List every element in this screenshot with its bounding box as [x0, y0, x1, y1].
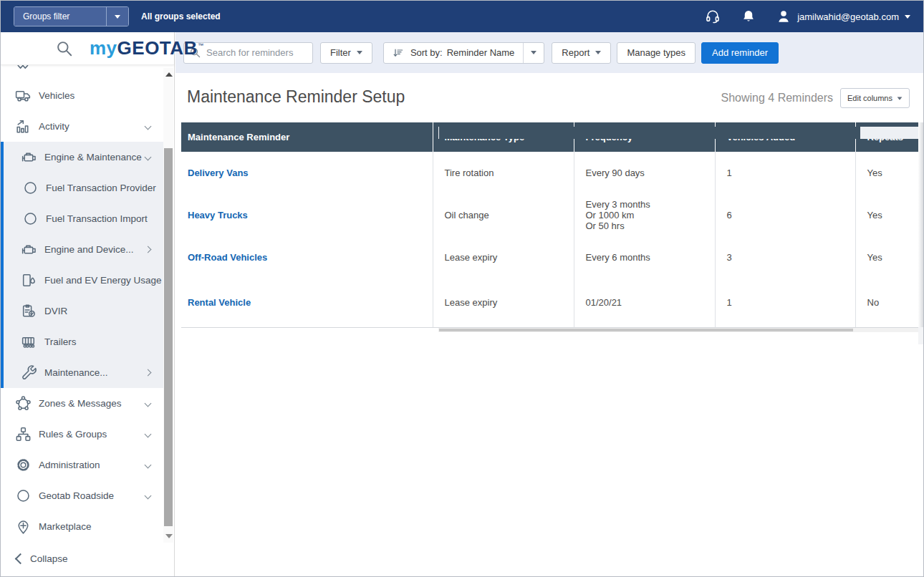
sort-value: Reminder Name: [447, 47, 515, 58]
main-content: Maintenance Reminder Setup Showing 4 Rem…: [175, 73, 923, 576]
reminders-table: Maintenance ReminderMaintenance TypeFreq…: [181, 122, 918, 328]
activity-chart-icon: [14, 117, 32, 136]
topbar: Groups filter All groups selected jamilw…: [1, 1, 923, 32]
cell-maintenance-reminder: Off-Road Vehicles: [181, 236, 433, 278]
groups-filter-caret-button[interactable]: [106, 7, 128, 26]
zones-icon: [14, 394, 32, 413]
scrollbar-down-arrow[interactable]: [165, 534, 173, 538]
sidebar-collapse-button[interactable]: Collapse: [1, 545, 174, 572]
report-button[interactable]: Report: [552, 42, 611, 64]
table-row: Off-Road VehiclesLease expiryEvery 6 mon…: [181, 236, 918, 278]
search-icon[interactable]: [55, 39, 74, 58]
sort-button[interactable]: Sort by: Reminder Name: [384, 43, 523, 63]
sidebar-item-zones-messages[interactable]: Zones & Messages: [1, 388, 163, 419]
sidebar-item-dvir[interactable]: DVIR: [1, 296, 163, 326]
add-reminder-button[interactable]: Add reminder: [701, 42, 779, 64]
sidebar-item-fuel-and-ev-energy-usage[interactable]: Fuel and EV Energy Usage: [1, 265, 163, 296]
sidebar-item-activity[interactable]: Activity: [1, 111, 163, 142]
wrench-icon: [19, 364, 38, 382]
cell-maintenance-type: Lease expiry: [433, 236, 574, 278]
reminder-link[interactable]: Off-Road Vehicles: [188, 252, 267, 263]
groups-status-text: All groups selected: [141, 11, 221, 21]
sidebar-item-engine-maintenance[interactable]: Engine & Maintenance: [1, 142, 163, 173]
sidebar-item-marketplace[interactable]: Marketplace: [1, 511, 163, 542]
chevron-down-icon: [115, 15, 120, 19]
sidebar-item-rules-groups[interactable]: Rules & Groups: [1, 419, 163, 450]
sidebar-item-engine-and-device[interactable]: Engine and Device...: [1, 234, 163, 265]
table-row: Delivery VansTire rotationEvery 90 days1…: [181, 152, 918, 194]
chevron-down-icon: [897, 97, 903, 100]
table-horizontal-scrollbar: [438, 328, 918, 332]
chevron-down-icon: [531, 51, 536, 54]
sort-icon: [393, 47, 404, 59]
cell-frequency: Every 3 monthsOr 1000 kmOr 50 hrs: [574, 194, 715, 236]
scrollbar-thumb[interactable]: [164, 148, 173, 526]
sort-control: Sort by: Reminder Name: [383, 42, 544, 64]
trailer-icon: [19, 333, 38, 351]
user-email: jamilwahid@geotab.com: [797, 11, 899, 22]
sidebar-item-fuel-transaction-provider[interactable]: Fuel Transaction Provider: [1, 173, 163, 203]
sidebar-item-vehicles[interactable]: Vehicles: [1, 80, 163, 111]
frequency-line: Or 1000 km: [586, 210, 708, 220]
filter-button[interactable]: Filter: [320, 42, 372, 64]
map-pin-icon: [14, 518, 32, 536]
chevron-down-icon: [905, 15, 910, 19]
cell-repeats: No: [855, 278, 918, 327]
fuel-pump-icon: [19, 271, 38, 290]
sidebar-item-trailers[interactable]: Trailers: [1, 326, 163, 357]
table-row: Rental VehicleLease expiry01/20/211No: [181, 278, 918, 327]
chevron-down-icon: [145, 431, 152, 438]
cell-vehicles-added: 6: [715, 194, 855, 236]
clipboard-check-icon: [19, 302, 38, 321]
mygeotab-app: { "topbar": { "groups_filter_label": "Gr…: [0, 0, 924, 577]
chevron-down-icon: [595, 51, 601, 54]
reminders-toolbar: Filter Sort by: Reminder Name Report Man…: [175, 32, 923, 73]
user-menu[interactable]: jamilwahid@geotab.com: [776, 9, 910, 24]
sidebar-item-geotab-roadside[interactable]: Geotab Roadside: [1, 480, 163, 511]
scrollbar-up-arrow[interactable]: [165, 72, 173, 77]
sidebar-item-fuel-transaction-import[interactable]: Fuel Transaction Import: [1, 203, 163, 234]
sidebar-nav: Vehicles Activity Engine & Maintenance F…: [1, 65, 163, 545]
sidebar-item-administration[interactable]: Administration: [1, 450, 163, 480]
headset-icon[interactable]: [704, 8, 721, 25]
sidebar-item-maintenance[interactable]: Maintenance...: [1, 357, 163, 388]
cell-maintenance-reminder: Heavy Trucks: [181, 194, 433, 236]
column-header-maintenance-reminder: Maintenance Reminder: [181, 122, 433, 152]
groups-filter-button[interactable]: Groups filter: [14, 7, 106, 26]
active-nav-group: Engine & Maintenance Fuel Transaction Pr…: [1, 142, 163, 388]
bell-icon[interactable]: [740, 8, 757, 25]
sort-caret-button[interactable]: [523, 43, 544, 63]
sidebar-scrollbar: [163, 68, 173, 543]
reminder-link[interactable]: Heavy Trucks: [188, 210, 248, 220]
sidebar-item-clipped[interactable]: [1, 65, 163, 80]
chevron-down-icon: [145, 123, 152, 130]
cell-vehicles-added: 1: [715, 152, 855, 194]
edit-columns-button[interactable]: Edit columns: [840, 88, 910, 108]
sidebar: myGEOTAB™ Vehicles Activity Engine & Mai…: [1, 32, 175, 576]
frequency-line: 01/20/21: [586, 297, 708, 308]
table-row: Heavy TrucksOil changeEvery 3 monthsOr 1…: [181, 194, 918, 236]
chevron-right-icon: [145, 246, 152, 253]
chevron-down-icon: [145, 400, 152, 407]
reminder-link[interactable]: Delivery Vans: [188, 168, 249, 178]
topbar-right: jamilwahid@geotab.com: [704, 8, 910, 25]
table-horizontal-scrollbar-dark: [438, 127, 918, 139]
circle-icon: [21, 179, 39, 198]
scrollbar-thumb[interactable]: [439, 329, 853, 331]
groups-filter-label: Groups filter: [23, 11, 69, 21]
cell-repeats: Yes: [855, 152, 918, 194]
app-logo[interactable]: myGEOTAB™: [90, 37, 203, 59]
chevron-down-icon: [145, 462, 152, 469]
cell-maintenance-reminder: Delivery Vans: [181, 152, 433, 194]
scrollbar-thumb[interactable]: [918, 122, 923, 327]
chevron-down-icon: [145, 154, 152, 161]
cell-frequency: Every 6 months: [574, 236, 715, 278]
manage-types-button[interactable]: Manage types: [617, 42, 696, 64]
sidebar-logo-row: myGEOTAB™: [1, 32, 174, 65]
truck-icon: [14, 87, 32, 105]
reminder-link[interactable]: Rental Vehicle: [188, 297, 251, 308]
cell-maintenance-reminder: Rental Vehicle: [181, 278, 433, 327]
scrollbar-thumb[interactable]: [439, 127, 860, 139]
collapse-label: Collapse: [30, 553, 68, 564]
chevron-left-icon: [15, 553, 27, 564]
